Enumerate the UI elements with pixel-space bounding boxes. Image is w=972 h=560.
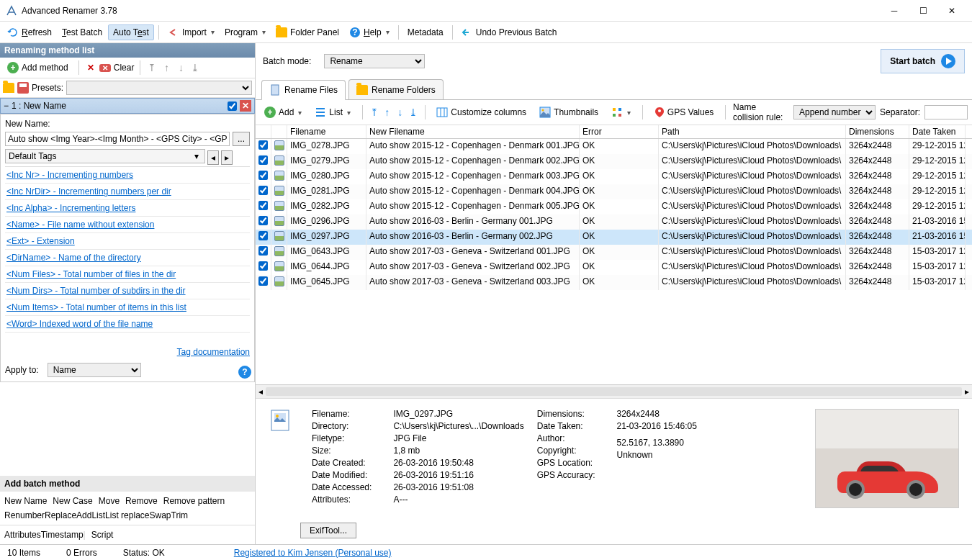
applyto-select[interactable]: Name (48, 363, 141, 377)
move-bottom-button[interactable]: ⤓ (189, 62, 201, 73)
newname-browse-button[interactable]: ... (233, 132, 250, 146)
tag-link[interactable]: <Inc Alpha> - Incrementing letters (5, 200, 250, 217)
customize-columns-button[interactable]: Customize columns (432, 104, 531, 120)
open-preset-icon[interactable] (3, 83, 14, 93)
save-preset-icon[interactable] (17, 82, 29, 94)
batch-method-remove-pattern[interactable]: Remove pattern (163, 496, 225, 506)
default-tags-select[interactable]: Default Tags▾ (5, 149, 205, 163)
batch-method-replace[interactable]: Replace (45, 510, 76, 520)
col-path[interactable]: Path (659, 125, 846, 138)
move-bottom-button[interactable]: ⤓ (409, 107, 418, 118)
row-checkbox[interactable] (258, 231, 268, 240)
row-checkbox[interactable] (258, 186, 268, 195)
method-help-icon[interactable]: ? (238, 366, 251, 379)
col-dimensions[interactable]: Dimensions (846, 125, 909, 138)
batch-method-move[interactable]: Move (99, 496, 120, 506)
start-batch-button[interactable]: Start batch (881, 49, 965, 73)
batch-method-add[interactable]: Add (76, 510, 91, 520)
col-filename[interactable]: Filename (287, 125, 366, 138)
table-row[interactable]: IMG_0281.JPGAuto show 2015-12 - Copenhag… (256, 184, 972, 199)
table-row[interactable]: IMG_0296.JPGAuto show 2016-03 - Berlin -… (256, 214, 972, 230)
import-button[interactable]: Import (163, 24, 219, 40)
row-checkbox[interactable] (258, 246, 268, 256)
separator-input[interactable] (924, 105, 968, 119)
table-row[interactable]: IMG_0644.JPGAuto show 2017-03 - Geneva -… (256, 260, 972, 275)
delete-method-button[interactable]: ✕ (85, 63, 96, 73)
gps-values-button[interactable]: GPS Values (650, 105, 718, 119)
tag-link[interactable]: <Inc Nr> - Incrementing numbers (5, 167, 250, 184)
batch-method-swap[interactable]: Swap (149, 510, 171, 520)
move-up-button[interactable]: ↑ (383, 107, 392, 118)
help-button[interactable]: ?Help (345, 24, 394, 40)
add-method-button[interactable]: +Add method (3, 60, 73, 76)
newname-input[interactable] (5, 132, 230, 146)
tag-link[interactable]: <Num Items> - Total number of items in t… (5, 299, 250, 316)
col-newfilename[interactable]: New Filename (366, 125, 580, 138)
batch-method-timestamp[interactable]: Timestamp (41, 530, 84, 540)
thumbnails-button[interactable]: Thumbnails (535, 104, 603, 120)
registration-link[interactable]: Registered to Kim Jensen (Personal use) (234, 548, 392, 558)
program-button[interactable]: Program (220, 25, 270, 40)
move-top-button[interactable]: ⤒ (370, 107, 379, 118)
table-row[interactable]: IMG_0645.JPGAuto show 2017-03 - Geneva -… (256, 275, 972, 290)
tag-prev-button[interactable]: ◂ (207, 150, 219, 165)
horizontal-scrollbar[interactable]: ◂▸ (256, 385, 972, 398)
table-row[interactable]: IMG_0643.JPGAuto show 2017-03 - Geneva -… (256, 245, 972, 260)
move-top-button[interactable]: ⤒ (146, 62, 158, 73)
test-batch-button[interactable]: Test Batch (58, 25, 107, 40)
method-item[interactable]: − 1 : New Name ✕ (0, 98, 255, 114)
table-row[interactable]: IMG_0279.JPGAuto show 2015-12 - Copenhag… (256, 154, 972, 169)
exiftool-button[interactable]: ExifTool... (300, 523, 356, 538)
tag-link[interactable]: <DirName> - Name of the directory (5, 250, 250, 266)
tag-link[interactable]: <Name> - File name without extension (5, 217, 250, 233)
batch-method-trim[interactable]: Trim (171, 510, 189, 520)
row-checkbox[interactable] (258, 201, 268, 210)
tag-link[interactable]: <Word> Indexed word of the file name (5, 316, 250, 333)
table-row[interactable]: IMG_0278.JPGAuto show 2015-12 - Copenhag… (256, 139, 972, 154)
tag-link[interactable]: <Inc NrDir> - Incrementing numbers per d… (5, 184, 250, 200)
method-enabled-checkbox[interactable] (228, 101, 237, 111)
batchmode-select[interactable]: Rename (324, 54, 425, 68)
col-error[interactable]: Error (580, 125, 659, 138)
auto-test-button[interactable]: Auto Test (108, 24, 154, 40)
tag-documentation-link[interactable]: Tag documentation (177, 347, 250, 357)
move-down-button[interactable]: ↓ (175, 62, 186, 73)
rename-files-tab[interactable]: Rename Files (261, 80, 346, 100)
batch-method-new-name[interactable]: New Name (4, 496, 47, 506)
table-row[interactable]: IMG_0280.JPGAuto show 2015-12 - Copenhag… (256, 169, 972, 184)
folder-panel-button[interactable]: Folder Panel (271, 25, 343, 40)
collision-select[interactable]: Append number (793, 105, 876, 119)
close-button[interactable]: ✕ (937, 6, 966, 16)
presets-select[interactable] (66, 81, 252, 95)
delete-method-icon[interactable]: ✕ (240, 100, 251, 112)
batch-method-list[interactable]: List (91, 510, 105, 520)
undo-batch-button[interactable]: Undo Previous Batch (457, 24, 562, 40)
row-checkbox[interactable] (258, 276, 268, 286)
table-row[interactable]: IMG_0297.JPGAuto show 2016-03 - Berlin -… (256, 230, 972, 245)
row-checkbox[interactable] (258, 155, 268, 165)
batch-method-attributes[interactable]: Attributes (4, 530, 41, 540)
batch-method-remove[interactable]: Remove (125, 496, 158, 506)
tag-next-button[interactable]: ▸ (221, 150, 233, 165)
rename-folders-tab[interactable]: Rename Folders (348, 79, 444, 99)
minimize-button[interactable]: ─ (880, 6, 909, 16)
add-files-button[interactable]: +Add (260, 104, 306, 120)
refresh-button[interactable]: Refresh (3, 24, 56, 40)
clear-button[interactable]: Clear (114, 63, 135, 73)
move-down-button[interactable]: ↓ (396, 107, 405, 118)
display-options-button[interactable] (607, 104, 635, 120)
col-datetaken[interactable]: Date Taken (909, 125, 966, 138)
tag-link[interactable]: <Num Files> - Total number of files in t… (5, 266, 250, 283)
maximize-button[interactable]: ☐ (909, 6, 937, 16)
batch-method-renumber[interactable]: Renumber (4, 510, 45, 520)
table-row[interactable]: IMG_0282.JPGAuto show 2015-12 - Copenhag… (256, 199, 972, 214)
tag-link[interactable]: <Ext> - Extension (5, 233, 250, 250)
batch-method-list-replace[interactable]: List replace (105, 510, 149, 520)
metadata-button[interactable]: Metadata (403, 25, 448, 40)
list-button[interactable]: List (310, 104, 355, 120)
row-checkbox[interactable] (258, 171, 268, 180)
move-up-button[interactable]: ↑ (161, 62, 172, 73)
batch-method-script[interactable]: Script (91, 530, 114, 540)
row-checkbox[interactable] (258, 216, 268, 225)
row-checkbox[interactable] (258, 261, 268, 271)
